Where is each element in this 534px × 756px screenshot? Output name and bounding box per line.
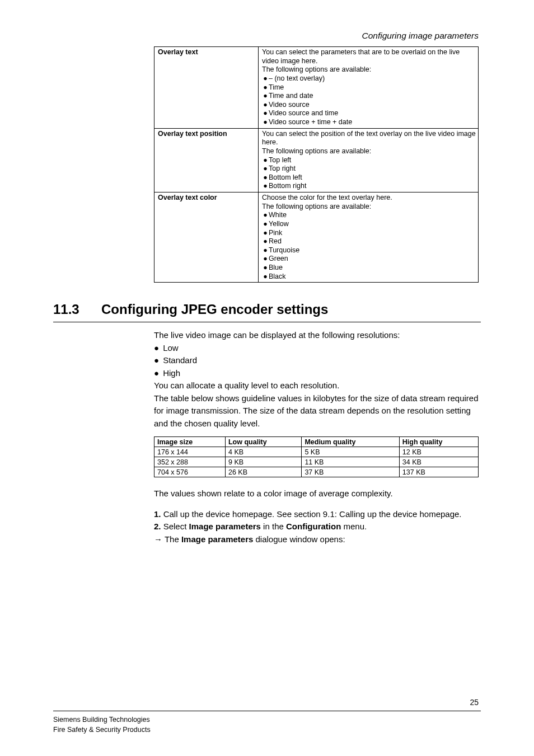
page-header-italic: Configuring image parameters [53,31,481,41]
c02: 5 KB [302,447,399,457]
c13: 34 KB [399,457,478,467]
th1: Low quality [225,437,301,447]
c10: 352 x 288 [154,457,226,467]
step-1: 1. Call up the device homepage. See sect… [154,508,481,521]
para-3: The table below shows guideline values i… [154,392,481,430]
th2: Medium quality [302,437,399,447]
step-2: 2. Select Image parameters in the Config… [154,520,481,533]
bi0: Low [163,343,179,353]
r1-i0: Top left [269,156,291,164]
c12: 11 KB [302,457,399,467]
quality-sizes-table: Image size Low quality Medium quality Hi… [154,436,479,477]
r2-i5: Green [269,255,288,262]
after-p1: The values shown relate to a color image… [154,487,481,500]
footer-line-2: Fire Safety & Security Products [53,725,481,735]
r2-i7: Black [269,273,286,280]
para-1: The live video image can be displayed at… [154,329,481,342]
r0-i2: Time and date [269,92,313,100]
r0-i5: Video source + time + date [269,118,352,126]
r0-i3: Video source [269,101,310,109]
r1-i1: Top right [269,165,296,172]
r2-i1: Yellow [269,220,289,228]
r0-i0: – (no text overlay) [269,74,325,82]
page-number: 25 [470,698,479,707]
c01: 4 KB [225,447,301,457]
th0: Image size [154,437,226,447]
section-rule [53,322,481,322]
step-3: → The Image parameters dialogue window o… [154,533,481,546]
c03: 12 KB [399,447,478,457]
r1-i3: Bottom right [269,182,306,190]
c21: 26 KB [225,467,301,477]
c00: 176 x 144 [154,447,226,457]
overlay-params-table: Overlay text You can select the paramete… [154,46,479,283]
bi1: Standard [163,355,197,365]
r2-i6: Blue [269,264,283,271]
row2-intro: Choose the color for the text overlay he… [262,194,392,201]
r2-i0: White [269,211,287,219]
row0-intro: You can select the parameters that are t… [262,48,460,65]
r1-i2: Bottom left [269,173,302,181]
row2-optslabel: The following options are available: [262,203,371,210]
row0-optslabel: The following options are available: [262,65,371,73]
th3: High quality [399,437,478,447]
row2-label: Overlay text color [154,192,259,283]
r2-i4: Turquoise [269,246,299,254]
row1-intro: You can select the position of the text … [262,130,476,147]
row1-label: Overlay text position [154,128,259,192]
footer-line-1: Siemens Building Technologies [53,715,481,725]
r0-i1: Time [269,83,284,91]
section-number: 11.3 [53,302,101,317]
row0-label: Overlay text [154,47,259,129]
para-2: You can allocate a quality level to each… [154,379,481,392]
c22: 37 KB [302,467,399,477]
r2-i2: Pink [269,229,282,237]
c23: 137 KB [399,467,478,477]
bi2: High [163,368,180,378]
r0-i4: Video source and time [269,109,338,117]
row1-optslabel: The following options are available: [262,147,371,155]
c11: 9 KB [225,457,301,467]
page-footer: 25 Siemens Building Technologies Fire Sa… [53,711,481,735]
c20: 704 x 576 [154,467,226,477]
section-title: Configuring JPEG encoder settings [101,302,328,317]
r2-i3: Red [269,237,282,245]
